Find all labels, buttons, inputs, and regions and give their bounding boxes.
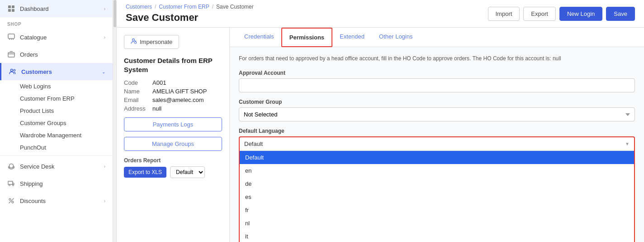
approval-account-group: Approval Account (239, 70, 635, 92)
right-panel: Credentials Permissions Extended Other L… (230, 28, 644, 242)
chevron-right-icon: › (104, 198, 105, 203)
chevron-down-icon: ▼ (625, 141, 630, 146)
svg-point-11 (9, 184, 10, 186)
lang-option-default[interactable]: Default (240, 151, 634, 164)
grid-icon (7, 5, 15, 13)
shop-section-label: SHOP (0, 17, 113, 29)
customer-details-title: Customer Details from ERP System (124, 56, 222, 74)
svg-point-14 (12, 201, 14, 203)
headset-icon (7, 162, 15, 170)
tab-extended[interactable]: Extended (332, 28, 372, 47)
customer-field-code: Code A001 (124, 79, 222, 86)
customer-address: null (152, 105, 161, 112)
sidebar-item-dashboard[interactable]: Dashboard › (0, 0, 113, 17)
sidebar-item-shipping[interactable]: Shipping (0, 175, 113, 192)
svg-point-12 (13, 184, 14, 186)
new-login-button[interactable]: New Login (559, 7, 602, 21)
dashboard-label: Dashboard (20, 5, 99, 12)
main-content: Customers / Customer From ERP / Save Cus… (117, 0, 644, 242)
breadcrumb-current: Save Customer (216, 4, 254, 10)
customer-group-group: Customer Group Not Selected (239, 99, 635, 121)
breadcrumb: Customers / Customer From ERP / Save Cus… (126, 4, 254, 10)
tab-credentials[interactable]: Credentials (237, 28, 281, 47)
svg-point-7 (14, 69, 15, 71)
orders-label: Orders (20, 51, 105, 58)
manage-groups-button[interactable]: Manage Groups (124, 137, 222, 151)
header-left: Customers / Customer From ERP / Save Cus… (126, 4, 254, 24)
import-button[interactable]: Import (488, 7, 520, 21)
customer-name: AMELIA GIFT SHOP (152, 88, 207, 95)
lang-option-es[interactable]: es (240, 190, 634, 203)
approval-account-input[interactable] (239, 78, 635, 92)
language-options-list: Default en de es fr nl it us (240, 151, 634, 242)
top-bar: Customers / Customer From ERP / Save Cus… (117, 0, 644, 28)
payments-logs-button[interactable]: Payments Logs (124, 117, 222, 131)
submenu-punchout[interactable]: PunchOut (20, 141, 113, 154)
lang-option-en[interactable]: en (240, 164, 634, 177)
tag-icon (7, 33, 15, 41)
svg-point-15 (133, 39, 135, 41)
svg-point-6 (11, 69, 13, 72)
breadcrumb-customers[interactable]: Customers (126, 4, 152, 10)
tabs-bar: Credentials Permissions Extended Other L… (230, 28, 644, 47)
service-desk-label: Service Desk (20, 163, 99, 170)
lang-option-fr[interactable]: fr (240, 203, 634, 217)
box-icon (7, 50, 15, 58)
orders-report: Orders Report Export to XLS Default (124, 157, 222, 178)
breadcrumb-customer-from-erp[interactable]: Customer From ERP (159, 4, 209, 10)
sidebar-item-orders[interactable]: Orders (0, 46, 113, 63)
approval-account-label: Approval Account (239, 70, 635, 76)
customer-field-name: Name AMELIA GIFT SHOP (124, 88, 222, 95)
chevron-right-icon: › (104, 164, 105, 169)
catalogue-label: Catalogue (20, 34, 99, 41)
orders-report-row: Export to XLS Default (124, 166, 222, 178)
customer-group-label: Customer Group (239, 99, 635, 105)
page-title: Save Customer (126, 12, 254, 24)
sidebar-item-catalogue[interactable]: Catalogue › (0, 29, 113, 46)
tab-permissions[interactable]: Permissions (281, 28, 332, 47)
customers-submenu: Web Logins Customer From ERP Product Lis… (0, 80, 113, 154)
sidebar-item-discounts[interactable]: Discounts › (0, 192, 113, 209)
left-panel: Impersonate Customer Details from ERP Sy… (117, 28, 230, 242)
orders-report-select[interactable]: Default (170, 166, 205, 178)
svg-rect-0 (8, 5, 11, 8)
save-button[interactable]: Save (606, 7, 635, 21)
lang-option-de[interactable]: de (240, 177, 634, 190)
submenu-customer-from-erp[interactable]: Customer From ERP (20, 92, 113, 105)
export-xls-button[interactable]: Export to XLS (124, 167, 166, 178)
svg-point-13 (9, 198, 11, 200)
lang-option-nl[interactable]: nl (240, 217, 634, 230)
customer-field-email: Email sales@amelec.com (124, 97, 222, 103)
submenu-customer-groups[interactable]: Customer Groups (20, 117, 113, 129)
sidebar-divider (0, 155, 113, 156)
export-button[interactable]: Export (523, 7, 556, 21)
submenu-wardrobe-management[interactable]: Wardrobe Management (20, 129, 113, 141)
sidebar-item-customers[interactable]: Customers ⌄ (0, 63, 113, 80)
svg-rect-4 (8, 34, 14, 39)
customer-code: A001 (152, 79, 166, 86)
chevron-right-icon: › (104, 35, 105, 40)
customer-group-select[interactable]: Not Selected (239, 107, 635, 121)
submenu-product-lists[interactable]: Product Lists (20, 105, 113, 117)
permissions-info-text: For orders that need to approved by a he… (239, 54, 635, 63)
customers-label: Customers (21, 68, 97, 75)
submenu-web-logins[interactable]: Web Logins (20, 80, 113, 92)
user-lock-icon (131, 38, 137, 46)
language-dropdown[interactable]: Default ▼ Default en de es fr nl it us (239, 136, 635, 242)
discounts-label: Discounts (20, 198, 99, 204)
content-area: Impersonate Customer Details from ERP Sy… (117, 28, 644, 242)
tab-other-logins[interactable]: Other Logins (372, 28, 420, 47)
truck-icon (7, 179, 15, 188)
orders-report-label: Orders Report (124, 157, 222, 164)
svg-rect-2 (8, 9, 11, 12)
lang-option-it[interactable]: it (240, 230, 634, 242)
shipping-label: Shipping (20, 180, 105, 187)
users-icon (9, 68, 17, 76)
sidebar-item-service-desk[interactable]: Service Desk › (0, 158, 113, 175)
language-dropdown-header[interactable]: Default ▼ (240, 137, 634, 151)
customer-email: sales@amelec.com (152, 97, 204, 103)
customer-details: Customer Details from ERP System Code A0… (124, 56, 222, 112)
svg-rect-3 (12, 9, 14, 12)
impersonate-button[interactable]: Impersonate (124, 35, 179, 49)
chevron-down-icon: ⌄ (102, 69, 105, 74)
